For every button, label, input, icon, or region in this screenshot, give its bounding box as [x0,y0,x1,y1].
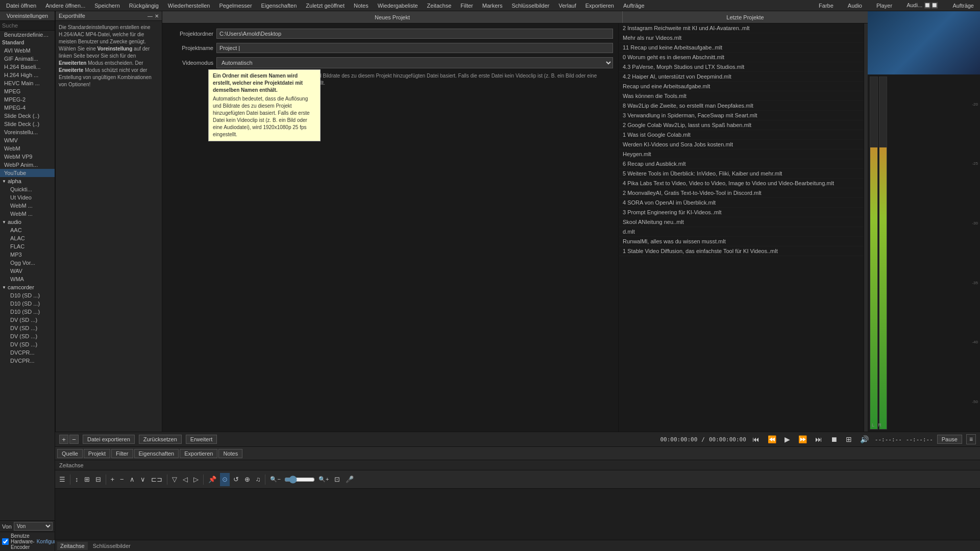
menu-right-auftrage[interactable]: Aufträge [948,2,978,10]
preset-flac[interactable]: FLAC [0,242,55,251]
preset-mpeg4[interactable]: MPEG-4 [0,104,55,112]
preset-dv4[interactable]: DV (SD ...) [0,340,55,348]
preset-mp3[interactable]: MP3 [0,251,55,259]
menu-right-audio[interactable]: Audio [844,2,866,10]
recent-item[interactable]: RunwalMl, alles was du wissen musst.mlt [619,237,864,246]
tl-lift-btn[interactable]: ▽ [170,473,179,486]
preset-webm[interactable]: WebM [0,144,55,153]
tl-remove-track-btn[interactable]: − [118,473,126,486]
preset-dv1[interactable]: DV (SD ...) [0,316,55,324]
preset-alpha-webm1[interactable]: WebM ... [0,202,55,210]
minimize-icon[interactable]: — [148,13,153,19]
tl-prev-btn[interactable]: ◁ [181,473,190,486]
recent-item[interactable]: Was können die Tools.mlt [619,91,864,101]
menu-datei-offnen[interactable]: Datei öffnen [2,2,40,10]
menu-zeitachse[interactable]: Zeitachse [423,2,456,10]
remove-button[interactable]: − [69,435,79,444]
preset-mpeg[interactable]: MPEG [0,87,55,95]
bottom-tab-schluesselbilder[interactable]: Schlüsselbilder [90,542,134,550]
menu-verlauf[interactable]: Verlauf [554,2,580,10]
menu-speichern[interactable]: Speichern [90,2,124,10]
prev-frame-button[interactable]: ⏪ [766,434,778,444]
recent-item[interactable]: 4.3 PaVerse, Morph Studios und LTX Studi… [619,62,864,72]
menu-zuletzt[interactable]: Zuletzt geöffnet [302,2,349,10]
preset-benutzerdefiniert[interactable]: Benutzerdefiniert... [0,31,55,39]
preset-wmv[interactable]: WMV [0,136,55,144]
tl-add-track-btn[interactable]: + [109,473,117,486]
preset-alpha-utvideo[interactable]: Ut Video [0,193,55,202]
tl-next-btn[interactable]: ▷ [191,473,201,486]
tl-loop-btn[interactable]: ↺ [231,473,241,486]
preset-slide1[interactable]: Slide Deck (..) [0,112,55,120]
preset-mpeg2[interactable]: MPEG-2 [0,95,55,104]
tab-projekt[interactable]: Projekt [84,449,110,458]
recent-item[interactable]: 1 Was ist Google Colab.mlt [619,130,864,140]
menu-button[interactable]: ≡ [966,434,976,444]
recent-item[interactable]: Werden KI-Videos und Sora Jobs kosten.ml… [619,140,864,149]
recent-item[interactable]: Recap und eine Arbeitsaufgabe.mlt [619,82,864,91]
menu-notes[interactable]: Notes [350,2,373,10]
preset-slide2[interactable]: Slide Deck (..) [0,120,55,128]
recent-item[interactable]: 5 Weitere Tools im Überblick: InVideo, F… [619,169,864,179]
menu-right-player[interactable]: Player [872,2,896,10]
tl-mic-btn[interactable]: 🎤 [344,473,356,486]
tab-quelle[interactable]: Quelle [57,449,83,458]
preset-hevc[interactable]: HEVC Main ... [0,79,55,87]
menu-wiederherstellen[interactable]: Wiederherstellen [164,2,214,10]
tab-eigenschaften[interactable]: Eigenschaften [134,449,179,458]
recent-item[interactable]: 2 MoonvalleyAI, Gratis Text-to-Video-Too… [619,188,864,198]
recent-item[interactable]: Skool ANleitung neu..mlt [619,217,864,227]
stop-button[interactable]: ⏹ [828,434,840,444]
preset-gif[interactable]: GIF Animati... [0,55,55,63]
von-select[interactable]: Von [14,522,53,531]
tab-erweitert[interactable]: Erweitert [186,435,217,444]
preset-alac[interactable]: ALAC [0,234,55,242]
recent-item[interactable]: 2 Google Colab Wav2Lip, lasst uns Spaß h… [619,120,864,130]
menu-markers[interactable]: Markers [478,2,507,10]
add-button[interactable]: + [59,435,68,444]
recent-item[interactable]: Heygen.mlt [619,149,864,159]
menu-andere-offnen[interactable]: Andere öffnen... [41,2,89,10]
tl-link-btn[interactable]: ⊟ [93,473,103,486]
menu-right-farbe[interactable]: Farbe [815,2,838,10]
preset-group-alpha[interactable]: ▼ alpha [0,177,55,185]
name-input[interactable] [216,43,613,53]
recent-item[interactable]: 0 Worum geht es in diesem Abschnitt.mlt [619,53,864,62]
preset-h264-base[interactable]: H.264 Baseli... [0,63,55,71]
menu-auftrage[interactable]: Aufträge [619,2,649,10]
tl-ripple-btn[interactable]: ⊞ [82,473,92,486]
menu-right-audi[interactable]: Audi... 🔲🔲 [902,1,942,10]
volume-button[interactable]: 🔊 [858,434,871,444]
config-button[interactable]: Konfigurierung... [37,539,55,544]
tab-filter[interactable]: Filter [111,449,133,458]
menu-exportieren[interactable]: Exportieren [581,2,618,10]
tl-up-btn[interactable]: ∧ [128,473,137,486]
folder-input[interactable] [216,29,613,39]
menu-filter[interactable]: Filter [456,2,477,10]
recent-item[interactable]: 1 Stable Video Diffusion, das einfachste… [619,246,864,256]
hardware-encoder-checkbox[interactable] [2,538,9,545]
preset-d10-1[interactable]: D10 (SD ...) [0,291,55,299]
close-icon[interactable]: ✕ [155,13,159,19]
recent-item[interactable]: 4 Pika Labs Text to Video, Video to Vide… [619,179,864,188]
menu-eigenschaften[interactable]: Eigenschaften [257,2,301,10]
preset-d10-3[interactable]: D10 (SD ...) [0,308,55,316]
scrollbar-v[interactable] [864,23,868,432]
preset-group-audio[interactable]: ▼ audio [0,218,55,226]
preset-group-camcorder[interactable]: ▼ camcorder [0,283,55,291]
bottom-tab-zeitachse[interactable]: Zeitachse [57,542,88,550]
preset-d10-2[interactable]: D10 (SD ...) [0,299,55,308]
preset-webm-vp9[interactable]: WebM VP9 [0,153,55,161]
search-input[interactable] [0,21,55,31]
recent-item[interactable]: 3 Prompt Engineering für KI-Videos..mlt [619,208,864,217]
tl-zoom-in-btn[interactable]: 🔍+ [316,473,331,486]
menu-ruckgangig[interactable]: Rückgängig [125,2,163,10]
tl-marker-btn[interactable]: 📌 [206,473,218,486]
recent-item[interactable]: 4.2 Haiper AI, unterstützt von Deepmind.… [619,72,864,82]
preset-dvcpr2[interactable]: DVCPR... [0,357,55,365]
preset-webp[interactable]: WebP Anim... [0,161,55,169]
preset-alpha-quickti[interactable]: Quickti... [0,185,55,193]
preset-h264-high[interactable]: H.264 High ... [0,71,55,79]
preset-dvcpr1[interactable]: DVCPR... [0,348,55,357]
tl-snap-btn[interactable]: ↕ [73,473,81,486]
